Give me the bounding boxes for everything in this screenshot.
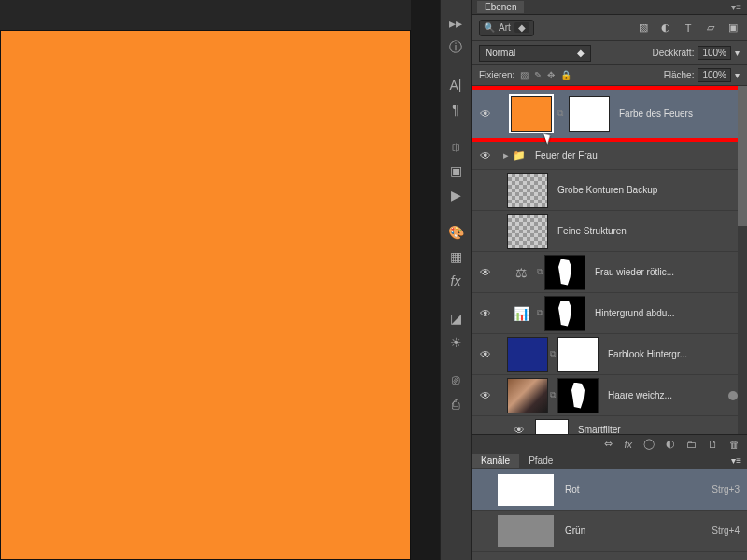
- swatches-icon[interactable]: 🎨: [445, 222, 466, 243]
- channel-thumb[interactable]: [498, 474, 554, 506]
- new-layer-icon[interactable]: 🗋: [708, 439, 718, 450]
- smart-object-badge: [728, 391, 738, 400]
- lock-move-icon[interactable]: ✥: [547, 70, 555, 80]
- filter-smart-icon[interactable]: ▣: [726, 21, 740, 35]
- mask-thumb[interactable]: [544, 255, 585, 290]
- folder-icon: 📁: [513, 149, 526, 161]
- filter-kind-select[interactable]: 🔍 Art ◆: [479, 20, 534, 36]
- filter-type-icon[interactable]: T: [682, 21, 695, 35]
- nav-icon[interactable]: ▣: [445, 161, 466, 181]
- scroll-thumb[interactable]: [738, 86, 747, 226]
- layer-name[interactable]: Haare weichz...: [608, 390, 672, 400]
- library-icon[interactable]: ⎚: [445, 370, 466, 390]
- layer-thumb[interactable]: [507, 214, 548, 249]
- actions-icon[interactable]: ▶: [445, 185, 466, 205]
- channel-thumb[interactable]: [498, 515, 554, 547]
- layer-thumb[interactable]: [507, 173, 548, 208]
- filter-icons: ▧ ◐ T ▱ ▣: [637, 21, 740, 35]
- blend-mode-select[interactable]: Normal ◆: [479, 45, 591, 62]
- smart-thumb[interactable]: [507, 378, 548, 413]
- fill-thumb[interactable]: [511, 96, 552, 132]
- filter-shape-icon[interactable]: ▱: [704, 21, 717, 35]
- layer-row[interactable]: 👁 ⧉ Haare weichz...: [472, 375, 747, 416]
- adjustment-icon[interactable]: ◐: [666, 438, 675, 450]
- delete-icon[interactable]: 🗑: [729, 439, 740, 450]
- panel-menu-icon[interactable]: ▾≡: [731, 2, 741, 12]
- layer-row[interactable]: 👁 Grobe Konturen Backup: [472, 170, 747, 211]
- filter-kind-label: Art: [499, 22, 511, 33]
- group-icon[interactable]: 🗀: [686, 439, 697, 450]
- paragraph-icon[interactable]: ¶: [445, 99, 466, 119]
- lock-transparent-icon[interactable]: ▨: [520, 70, 529, 80]
- visibility-toggle[interactable]: 👁: [475, 107, 496, 120]
- layer-name[interactable]: Farblook Hintergr...: [608, 349, 687, 359]
- dropdown-icon: ◆: [577, 48, 585, 58]
- panel-menu-icon[interactable]: ▾≡: [731, 455, 747, 466]
- fx-icon[interactable]: fx: [624, 439, 632, 450]
- color-balance-icon[interactable]: ⚖: [507, 259, 535, 287]
- opacity-label: Deckkraft:: [652, 48, 694, 58]
- link-icon: ⧉: [548, 390, 557, 400]
- channels-header: Kanäle Pfade ▾≡: [472, 453, 747, 469]
- channels-tab[interactable]: Kanäle: [472, 454, 519, 468]
- lock-label: Fixieren:: [479, 70, 514, 80]
- layer-name[interactable]: Hintergrund abdu...: [595, 308, 675, 318]
- mask-thumb[interactable]: [544, 296, 585, 331]
- opacity-value[interactable]: 100%: [698, 46, 731, 60]
- layer-name[interactable]: Feuer der Frau: [535, 150, 598, 161]
- layercomp-icon[interactable]: ⎙: [445, 394, 466, 414]
- styles-alt-icon[interactable]: ⎅: [445, 136, 466, 157]
- filter-adjust-icon[interactable]: ◐: [659, 21, 672, 35]
- layer-row[interactable]: 👁 ⧉ Farblook Hintergr...: [472, 334, 747, 375]
- layer-row[interactable]: 👁 📊 ⧉ Hintergrund abdu...: [472, 293, 747, 334]
- channel-shortcut: Strg+3: [712, 484, 740, 495]
- lock-paint-icon[interactable]: ✎: [534, 70, 542, 80]
- dropdown-icon[interactable]: ▾: [735, 48, 740, 58]
- channel-row[interactable]: Grün Strg+4: [472, 511, 747, 552]
- dropdown-icon[interactable]: ▾: [735, 70, 740, 80]
- document-canvas[interactable]: [0, 30, 411, 560]
- layer-name[interactable]: Feine Strukturen: [557, 226, 627, 236]
- layers-panel: Ebenen ▾≡ 🔍 Art ◆ ▧ ◐ T ▱ ▣ Normal ◆ Dec…: [472, 0, 747, 560]
- layer-row[interactable]: 👁 Feine Strukturen: [472, 211, 747, 252]
- search-icon: 🔍: [484, 22, 495, 33]
- layer-name[interactable]: Farbe des Feuers: [619, 108, 693, 119]
- folder-toggle-icon[interactable]: ▸: [503, 149, 509, 161]
- lock-icons: ▨ ✎ ✥ 🔒: [520, 70, 571, 80]
- paths-tab[interactable]: Pfade: [519, 454, 562, 468]
- visibility-toggle[interactable]: 👁: [475, 348, 496, 361]
- filter-pixel-icon[interactable]: ▧: [637, 21, 650, 35]
- mask-thumb[interactable]: [569, 96, 610, 132]
- layer-footer: ⇔ fx ◯ ◐ 🗀 🗋 🗑: [472, 434, 747, 453]
- layer-row[interactable]: 👁 ⚖ ⧉ Frau wieder rötlic...: [472, 252, 747, 293]
- link-layers-icon[interactable]: ⇔: [604, 438, 613, 450]
- styles-icon[interactable]: fx: [445, 271, 466, 291]
- visibility-toggle[interactable]: 👁: [475, 149, 496, 162]
- visibility-toggle[interactable]: 👁: [475, 389, 496, 402]
- histogram-icon[interactable]: ◪: [445, 308, 466, 329]
- visibility-toggle[interactable]: 👁: [475, 266, 496, 279]
- layer-name[interactable]: Frau wieder rötlic...: [595, 267, 674, 277]
- opacity-control: Deckkraft: 100% ▾: [652, 46, 740, 60]
- channel-row[interactable]: Rot Strg+3: [472, 469, 747, 511]
- mask-icon[interactable]: ◯: [643, 438, 655, 450]
- layers-tab[interactable]: Ebenen: [477, 1, 524, 13]
- info-icon[interactable]: ⓘ: [445, 37, 466, 58]
- fill-thumb[interactable]: [507, 337, 548, 372]
- layer-name[interactable]: Grobe Konturen Backup: [557, 185, 657, 195]
- levels-icon[interactable]: 📊: [507, 300, 535, 328]
- grid-icon[interactable]: ▦: [445, 246, 466, 267]
- mask-thumb[interactable]: [557, 378, 599, 413]
- visibility-toggle[interactable]: 👁: [475, 307, 496, 320]
- layer-row[interactable]: 👁 ⧉ Farbe des Feuers: [472, 86, 747, 142]
- lock-all-icon[interactable]: 🔒: [560, 70, 571, 80]
- arrow-collapse-icon[interactable]: ▸▸: [445, 13, 466, 34]
- fill-value[interactable]: 100%: [698, 68, 731, 82]
- layer-row[interactable]: 👁 ▸ 📁 Feuer der Frau: [472, 142, 747, 170]
- adjust-icon[interactable]: ☀: [445, 332, 466, 353]
- channel-name: Grün: [565, 525, 585, 536]
- layers-scrollbar[interactable]: [738, 86, 747, 437]
- mask-thumb[interactable]: [557, 337, 599, 372]
- dropdown-icon: ◆: [514, 22, 529, 33]
- character-icon[interactable]: A|: [445, 75, 466, 95]
